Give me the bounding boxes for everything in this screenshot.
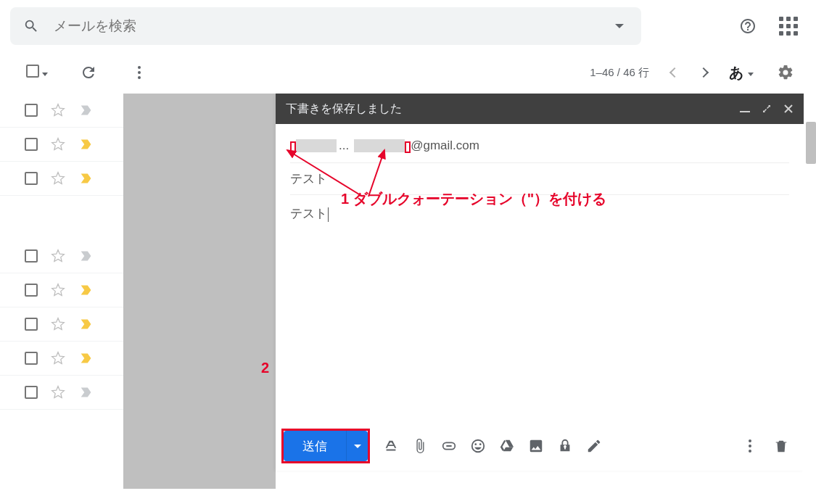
list-item[interactable] (0, 162, 123, 196)
help-icon (739, 17, 757, 35)
importance-icon[interactable] (78, 170, 94, 186)
star-icon[interactable] (51, 385, 65, 400)
list-item[interactable] (0, 94, 123, 128)
row-checkbox[interactable] (25, 284, 38, 297)
recipient-domain: @gmail.com (411, 139, 479, 153)
importance-icon[interactable] (78, 136, 94, 152)
send-options-button[interactable] (346, 431, 368, 461)
apps-grid-icon (779, 17, 798, 36)
more-vert-icon (749, 439, 751, 453)
close-icon (783, 104, 794, 114)
more-actions-button[interactable] (129, 62, 149, 83)
more-options-button[interactable] (740, 436, 760, 456)
star-icon[interactable] (51, 103, 65, 117)
chevron-down-icon (354, 445, 361, 448)
list-item[interactable] (0, 273, 123, 307)
redacted-text (296, 139, 337, 152)
minimize-icon (740, 104, 750, 114)
row-checkbox[interactable] (25, 318, 38, 331)
list-item[interactable] (0, 128, 123, 162)
recipient-separator: ... (337, 139, 351, 153)
row-checkbox[interactable] (25, 352, 38, 365)
mail-preview-redacted (123, 94, 276, 489)
annotation-quote-mark-left (290, 141, 296, 153)
row-checkbox[interactable] (25, 104, 38, 117)
star-icon[interactable] (51, 283, 65, 297)
insert-signature-button[interactable] (586, 438, 602, 454)
star-icon[interactable] (51, 171, 65, 186)
row-checkbox[interactable] (25, 249, 38, 263)
list-item[interactable] (0, 307, 123, 342)
format-text-button[interactable] (383, 438, 399, 454)
prev-page-button[interactable] (669, 67, 680, 78)
recipient-chip[interactable]: ... @gmail.com (290, 139, 479, 153)
fullscreen-button[interactable] (762, 104, 772, 114)
gear-icon (777, 64, 794, 81)
compose-title: 下書きを保存しました (286, 102, 728, 117)
text-cursor (328, 207, 329, 222)
star-icon[interactable] (51, 249, 65, 263)
search-box[interactable] (10, 7, 641, 45)
discard-draft-button[interactable] (773, 438, 789, 454)
star-icon[interactable] (51, 317, 65, 331)
row-checkbox[interactable] (25, 138, 38, 151)
confidential-mode-button[interactable] (557, 438, 573, 454)
mail-list (0, 94, 123, 489)
list-item[interactable] (0, 342, 123, 376)
star-icon[interactable] (51, 351, 65, 365)
importance-icon[interactable] (78, 248, 94, 264)
page-info: 1–46 / 46 行 (590, 66, 649, 80)
row-checkbox[interactable] (25, 172, 38, 185)
annotation-quote-mark-right (405, 141, 411, 153)
redacted-text (354, 139, 405, 152)
body-field[interactable]: テスト (290, 195, 789, 229)
minimize-button[interactable] (740, 104, 750, 114)
row-checkbox[interactable] (25, 386, 38, 399)
star-icon[interactable] (51, 137, 65, 152)
expand-icon (762, 104, 772, 114)
support-button[interactable] (738, 16, 758, 36)
compose-window: 下書きを保存しました ... @gmail.com テスト テスト (276, 94, 804, 471)
svg-rect-0 (740, 111, 750, 112)
to-field[interactable]: ... @gmail.com (290, 131, 789, 163)
subject-field[interactable]: テスト (290, 163, 789, 195)
search-icon (23, 18, 39, 34)
send-button[interactable]: 送信 (284, 431, 346, 461)
insert-link-button[interactable] (441, 438, 457, 454)
search-options-dropdown[interactable] (615, 24, 624, 28)
more-vert-icon (138, 66, 141, 79)
settings-button[interactable] (775, 62, 796, 83)
importance-icon[interactable] (78, 282, 94, 298)
refresh-button[interactable] (78, 62, 99, 83)
next-page-button[interactable] (698, 67, 709, 78)
close-button[interactable] (783, 104, 794, 114)
importance-icon[interactable] (78, 102, 94, 118)
importance-icon[interactable] (78, 384, 94, 400)
insert-photo-button[interactable] (528, 438, 544, 454)
send-button-highlight: 送信 (281, 429, 370, 463)
refresh-icon (80, 64, 97, 81)
search-input[interactable] (54, 18, 601, 34)
list-item[interactable] (0, 376, 123, 410)
google-apps-button[interactable] (778, 16, 799, 36)
input-method-button[interactable]: あ (729, 63, 754, 83)
attach-file-button[interactable] (412, 438, 428, 454)
compose-header[interactable]: 下書きを保存しました (276, 94, 804, 124)
insert-drive-button[interactable] (499, 438, 515, 454)
list-item[interactable] (0, 239, 123, 273)
importance-icon[interactable] (78, 316, 94, 332)
scrollbar-thumb[interactable] (806, 122, 816, 164)
importance-icon[interactable] (78, 350, 94, 366)
select-all-checkbox[interactable] (26, 65, 48, 80)
insert-emoji-button[interactable] (470, 438, 486, 454)
